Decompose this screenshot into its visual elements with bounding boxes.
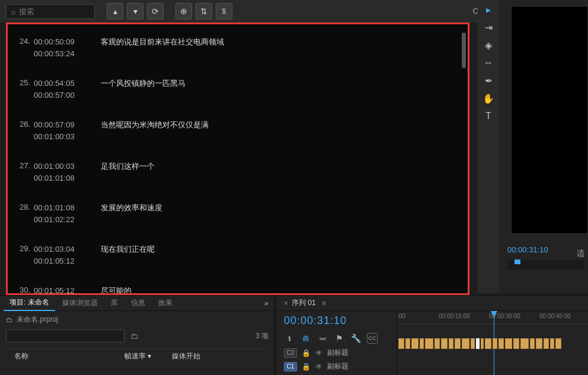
pen-tool-icon[interactable]: ✒	[481, 73, 496, 88]
search-icon: ⌕	[11, 7, 16, 16]
selection-tool-icon[interactable]: ▸	[481, 2, 496, 17]
add-caption-button[interactable]: ⊕	[175, 3, 192, 20]
caption-clip[interactable]	[530, 338, 535, 349]
settings-icon[interactable]: 🔧	[350, 333, 361, 344]
monitor-timecode[interactable]: 00:00:31:10	[499, 241, 557, 259]
caption-times: 00:00:54:0500:00:57:00	[34, 78, 84, 101]
split-caption-button[interactable]: ⇅	[196, 3, 212, 20]
caption-row[interactable]: 28. 00:01:01:0800:01:02:22 发展的效率和速度	[14, 202, 462, 226]
bottom-panels: 项目: 未命名 媒体浏览器 库 信息 效果 » 🗀 未命名.prproj 🗀 3…	[0, 295, 588, 375]
col-header-fps[interactable]: 帧速率 ▾	[124, 351, 172, 361]
caption-clip[interactable]	[455, 338, 461, 349]
tab-effects[interactable]: 效果	[152, 296, 178, 310]
caption-clip[interactable]	[513, 338, 519, 349]
caption-clip[interactable]	[411, 338, 418, 349]
track-select-icon[interactable]: ⇥	[481, 20, 496, 34]
caption-text[interactable]: 尽可能的	[101, 285, 132, 293]
tab-libraries[interactable]: 库	[105, 296, 124, 310]
track-c1-toggle[interactable]: C1	[284, 362, 297, 371]
tab-info[interactable]: 信息	[125, 296, 151, 310]
scrollbar-thumb[interactable]	[462, 33, 466, 68]
caption-clip[interactable]	[405, 338, 410, 349]
prev-caption-button[interactable]: ▴	[107, 3, 123, 20]
timeline-timecode[interactable]: 00:00:31:10	[276, 311, 397, 331]
refresh-button[interactable]: ⟳	[147, 3, 164, 20]
ruler-mark: :00	[397, 313, 405, 319]
cc-icon[interactable]: CC	[367, 333, 378, 344]
expand-panel-button[interactable]: »	[258, 299, 274, 307]
type-tool-icon[interactable]: T	[481, 109, 496, 123]
caption-clip[interactable]	[485, 338, 491, 349]
track-c2-toggle[interactable]: C2	[284, 348, 297, 358]
caption-times: 00:01:03:0400:01:05:12	[34, 243, 84, 267]
tab-media-browser[interactable]: 媒体浏览器	[56, 296, 104, 310]
caption-text[interactable]: 当然呢因为米淘绝对不仅仅是满	[101, 119, 209, 143]
caption-row[interactable]: 25. 00:00:54:0500:00:57:00 一个风投镇静的一匹黑马	[14, 78, 462, 101]
caption-clip[interactable]	[550, 338, 554, 349]
monitor-scrubber[interactable]	[507, 260, 584, 270]
monitor-viewport[interactable]	[511, 6, 588, 234]
lock-icon[interactable]: 🔒	[302, 363, 311, 371]
caption-text[interactable]: 发展的效率和速度	[101, 202, 162, 226]
col-header-name[interactable]: 名称	[6, 351, 124, 361]
caption-clip[interactable]	[462, 338, 469, 349]
timeline-tracks-area[interactable]: :00 00:00:15:00 00:00:30:00 00:00:45:00 …	[397, 311, 588, 375]
timeline-header: × 序列 01 ≡	[276, 296, 588, 311]
caption-clip[interactable]	[536, 338, 542, 349]
caption-scroll[interactable]: 24. 00:00:50:0900:00:53:24 客观的说是目前来讲在社交电…	[8, 24, 468, 293]
bin-icon: 🗀	[6, 316, 13, 324]
tab-project[interactable]: 项目: 未命名	[4, 295, 55, 311]
project-item-count: 3 项	[255, 331, 269, 341]
eye-icon[interactable]: 👁	[315, 349, 322, 357]
caption-clip[interactable]	[505, 338, 512, 349]
caption-clip[interactable]	[481, 338, 484, 349]
caption-clip-selected[interactable]	[476, 338, 480, 349]
caption-clip[interactable]	[398, 338, 404, 349]
search-input[interactable]	[19, 7, 90, 16]
eye-icon[interactable]: 👁	[315, 363, 322, 371]
caption-row[interactable]: 30. 00:01:05:12 尽可能的	[14, 285, 462, 293]
marker-icon[interactable]: ⚑	[334, 333, 344, 344]
track-c1-header[interactable]: C1 🔒 👁 副标题	[276, 360, 397, 373]
lock-icon[interactable]: 🔒	[302, 349, 311, 357]
caption-clip[interactable]	[520, 338, 529, 349]
caption-clip[interactable]	[449, 338, 453, 349]
caption-text[interactable]: 现在我们正在呢	[101, 243, 155, 267]
sequence-name[interactable]: 序列 01	[292, 298, 316, 308]
rate-stretch-icon[interactable]: ↔	[481, 56, 496, 70]
magnet-icon[interactable]: ⋒	[301, 333, 311, 344]
ripple-edit-icon[interactable]: ◈	[481, 38, 496, 52]
caption-clip[interactable]	[434, 338, 440, 349]
caption-clip[interactable]	[544, 338, 549, 349]
project-panel: 项目: 未命名 媒体浏览器 库 信息 效果 » 🗀 未命名.prproj 🗀 3…	[0, 296, 276, 375]
track-c2-header[interactable]: C2 🔒 👁 副标题	[276, 346, 397, 360]
caption-clip[interactable]	[441, 338, 448, 349]
caption-text[interactable]: 一个风投镇静的一匹黑马	[101, 78, 186, 101]
project-filter-input[interactable]	[6, 329, 124, 342]
caption-row[interactable]: 26. 00:00:57:0900:01:00:03 当然呢因为米淘绝对不仅仅是…	[14, 119, 462, 143]
caption-clip[interactable]	[420, 338, 424, 349]
tool-toolbar: ▸ ⇥ ◈ ↔ ✒ ✋ T	[478, 0, 499, 293]
caption-row[interactable]: 27. 00:01:00:0300:01:01:08 足我们这样一个	[14, 161, 462, 184]
filter-bin-icon[interactable]: 🗀	[130, 332, 138, 341]
caption-clip[interactable]	[498, 338, 504, 349]
caption-clip[interactable]	[493, 338, 497, 349]
caption-row[interactable]: 29. 00:01:03:0400:01:05:12 现在我们正在呢	[14, 243, 462, 267]
next-caption-button[interactable]: ▾	[127, 3, 143, 20]
caption-clip[interactable]	[425, 338, 433, 349]
caption-text[interactable]: 客观的说是目前来讲在社交电商领域	[101, 36, 224, 60]
panel-menu-icon[interactable]: ≡	[322, 299, 326, 307]
caption-index: 30.	[14, 285, 30, 293]
linked-selection-icon[interactable]: ⫘	[317, 333, 328, 344]
caption-row[interactable]: 24. 00:00:50:0900:00:53:24 客观的说是目前来讲在社交电…	[14, 36, 462, 60]
search-box[interactable]: ⌕	[6, 4, 95, 19]
timeline-close-icon[interactable]: ×	[284, 299, 288, 307]
caption-clip[interactable]	[555, 338, 561, 349]
caption-text[interactable]: 足我们这样一个	[101, 161, 155, 184]
snap-icon[interactable]: ⫮	[284, 333, 295, 344]
hand-tool-icon[interactable]: ✋	[481, 91, 496, 105]
merge-caption-button[interactable]: ⥮	[216, 3, 232, 20]
col-header-start[interactable]: 媒体开始	[172, 351, 269, 361]
caption-clip[interactable]	[471, 338, 475, 349]
timeline-panel: × 序列 01 ≡ 00:00:31:10 ⫮ ⋒ ⫘ ⚑ 🔧 CC C2 🔒 …	[276, 296, 588, 375]
